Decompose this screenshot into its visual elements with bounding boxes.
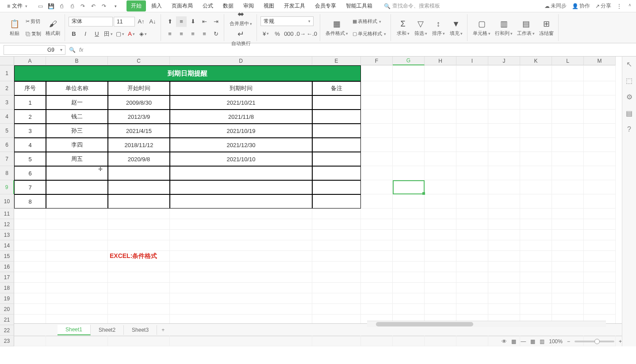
table-cell[interactable]: 4 [14,138,46,152]
cell[interactable] [46,304,108,315]
cell[interactable] [170,251,312,262]
cell[interactable] [584,240,616,251]
align-middle-icon[interactable]: ≡ [176,16,187,27]
filter-button[interactable]: ▽筛选▾ [412,18,429,38]
cell[interactable] [425,209,456,219]
col-header-I[interactable]: I [456,57,488,65]
properties-icon[interactable]: ▤ [626,109,632,118]
table-cell[interactable] [312,152,361,166]
cell[interactable] [552,209,584,219]
table-header[interactable]: 单位名称 [46,81,108,95]
indent-inc-icon[interactable]: ⇥ [211,16,221,27]
cell[interactable] [584,209,616,219]
cell[interactable] [361,65,393,81]
table-header[interactable]: 到期时间 [170,81,312,95]
row-header-2[interactable]: 2 [0,81,14,95]
file-menu[interactable]: ≡ 文件 ▾ [4,1,31,11]
align-left-icon[interactable]: ≡ [165,29,175,39]
cell[interactable] [393,152,425,166]
cell[interactable] [520,251,552,262]
cursor-icon[interactable]: ↖ [626,60,632,68]
align-center-icon[interactable]: ≡ [176,29,187,39]
title-cell[interactable]: 到期日期提醒 [14,65,361,81]
cell[interactable] [520,65,552,81]
select-all-corner[interactable] [0,57,14,65]
col-header-D[interactable]: D [170,57,312,65]
table-cell[interactable]: 2021/10/19 [170,124,312,138]
cell[interactable] [456,240,488,251]
help-icon[interactable]: ? [627,125,631,133]
name-box[interactable]: G9 [4,45,65,55]
table-cell[interactable]: 2020/9/8 [108,152,170,166]
cell[interactable] [14,272,46,283]
row-header-8[interactable]: 8 [0,166,14,180]
decrease-font-icon[interactable]: A↓ [147,16,158,27]
percent-icon[interactable]: % [272,28,283,39]
table-cell[interactable]: 2 [14,110,46,124]
sum-button[interactable]: Σ求和▾ [395,18,411,38]
cell[interactable] [361,124,393,138]
cell[interactable] [456,194,488,209]
cell[interactable] [46,240,108,251]
orientation-icon[interactable]: ↻ [211,29,221,39]
cell[interactable] [312,240,361,251]
col-header-B[interactable]: B [46,57,108,65]
cell[interactable] [488,152,520,166]
table-cell[interactable] [108,180,170,194]
align-right-icon[interactable]: ≡ [188,29,198,39]
cell[interactable] [425,110,456,124]
cell[interactable] [488,180,520,194]
comma-icon[interactable]: 000 [284,28,294,39]
cell[interactable] [361,304,393,315]
cell[interactable] [456,272,488,283]
cell[interactable] [456,336,488,346]
table-cell[interactable]: 孙三 [46,124,108,138]
cell[interactable] [488,65,520,81]
cell[interactable] [520,283,552,293]
table-cell[interactable]: 7 [14,180,46,194]
cell[interactable] [170,304,312,315]
cell[interactable] [520,138,552,152]
cell[interactable] [488,304,520,315]
cell[interactable] [552,81,584,95]
cell[interactable] [46,209,108,219]
cell[interactable] [488,283,520,293]
cell[interactable] [14,251,46,262]
cell[interactable] [14,304,46,315]
table-cell[interactable] [170,194,312,209]
cell[interactable] [520,95,552,110]
row-header-11[interactable]: 11 [0,209,14,219]
cell[interactable] [108,230,170,240]
italic-button[interactable]: I [80,29,91,39]
cell[interactable] [552,95,584,110]
cell[interactable] [552,240,584,251]
cell[interactable] [312,209,361,219]
row-header-13[interactable]: 13 [0,230,14,240]
cell[interactable] [425,81,456,95]
cell[interactable] [584,110,616,124]
sheet-tab-1[interactable]: Sheet1 [57,325,91,335]
row-header-5[interactable]: 5 [0,124,14,138]
cell[interactable] [108,283,170,293]
cell[interactable] [361,81,393,95]
cell[interactable] [584,152,616,166]
cell[interactable] [456,95,488,110]
cell[interactable] [488,293,520,304]
rowcol-button[interactable]: ▥行和列▾ [493,18,514,38]
row-header-22[interactable]: 22 [0,325,14,336]
cell[interactable] [361,166,393,180]
table-cell[interactable] [46,194,108,209]
cell[interactable] [108,240,170,251]
col-header-L[interactable]: L [552,57,584,65]
cell[interactable] [552,272,584,283]
cell[interactable] [456,262,488,272]
table-cell[interactable]: 8 [14,194,46,209]
cell[interactable] [393,166,425,180]
cell[interactable] [425,272,456,283]
row-header-18[interactable]: 18 [0,283,14,293]
table-cell[interactable] [312,138,361,152]
cell[interactable] [393,95,425,110]
note-cell[interactable]: EXCEL:条件格式 [108,251,170,262]
cell[interactable] [108,293,170,304]
zoom-thumb[interactable] [594,339,600,344]
